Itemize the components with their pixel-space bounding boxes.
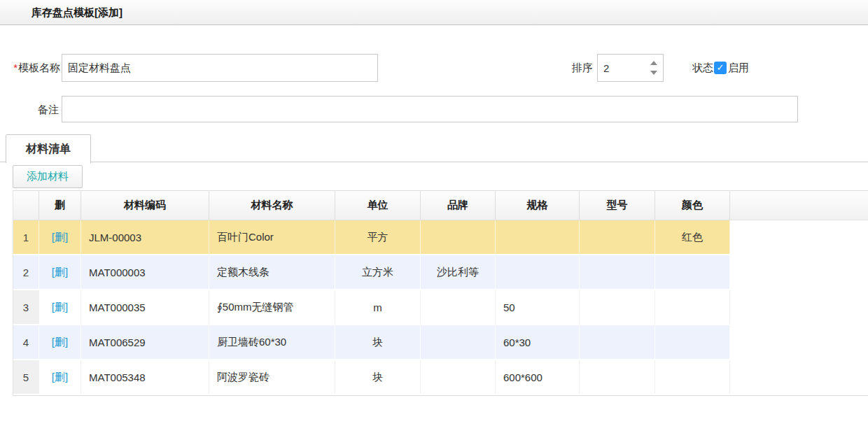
table-row[interactable]: 5 [删] MAT005348 阿波罗瓷砖 块 600*600 xyxy=(13,360,868,395)
brand-cell xyxy=(421,360,496,394)
sort-input[interactable] xyxy=(598,55,645,81)
brand-cell: 沙比利等 xyxy=(421,255,496,289)
spinner-up-icon[interactable] xyxy=(650,61,657,65)
color-cell xyxy=(655,360,730,394)
brand-cell xyxy=(421,290,496,324)
unit-cell: 块 xyxy=(335,360,421,394)
table-row[interactable]: 2 [删] MAT000003 定额木线条 立方米 沙比利等 xyxy=(13,255,868,290)
row-number: 5 xyxy=(13,360,39,394)
template-name-input[interactable] xyxy=(62,54,378,82)
tab-material-list[interactable]: 材料清单 xyxy=(6,134,91,163)
spec-cell: 60*30 xyxy=(496,325,580,359)
material-code-cell: MAT000035 xyxy=(81,290,209,324)
page-title: 库存盘点模板[添加] xyxy=(31,0,122,24)
template-name-label-text: 模板名称 xyxy=(18,62,60,73)
unit-cell: 立方米 xyxy=(335,255,421,289)
brand-cell xyxy=(421,220,496,254)
model-cell xyxy=(580,220,655,254)
delete-row-link[interactable]: [删] xyxy=(52,301,68,314)
material-name-cell: 百叶门Color xyxy=(209,220,335,254)
material-name-cell: 厨卫墙砖60*30 xyxy=(209,325,335,359)
template-name-label: *模板名称 xyxy=(0,54,60,82)
color-cell xyxy=(655,290,730,324)
tab-bar: 材料清单 xyxy=(0,134,868,162)
row-number: 1 xyxy=(13,220,39,254)
check-icon: ✓ xyxy=(717,62,724,73)
delete-row-link[interactable]: [删] xyxy=(52,336,68,349)
remark-label: 备注 xyxy=(0,96,59,124)
table-row[interactable]: 4 [删] MAT006529 厨卫墙砖60*30 块 60*30 xyxy=(13,325,868,360)
col-header-color: 颜色 xyxy=(655,191,730,220)
col-header-delete: 删 xyxy=(39,191,81,220)
delete-row-link[interactable]: [删] xyxy=(52,266,68,279)
sort-label: 排序 xyxy=(548,54,593,82)
spec-cell xyxy=(496,220,580,254)
color-cell xyxy=(655,255,730,289)
delete-row-link[interactable]: [删] xyxy=(52,231,68,244)
material-name-cell: ∮50mm无缝钢管 xyxy=(209,290,335,324)
model-cell xyxy=(580,255,655,289)
row-number: 4 xyxy=(13,325,39,359)
col-header-rownum xyxy=(13,191,39,220)
material-name-cell: 定额木线条 xyxy=(209,255,335,289)
spinner-arrows xyxy=(645,55,663,81)
add-material-button[interactable]: 添加材料 xyxy=(13,165,83,188)
col-header-spec: 规格 xyxy=(496,191,580,220)
material-code-cell: JLM-00003 xyxy=(81,220,209,254)
col-header-material-code: 材料编码 xyxy=(81,191,209,220)
col-header-model: 型号 xyxy=(580,191,655,220)
material-table: 删 材料编码 材料名称 单位 品牌 规格 型号 颜色 1 [删] JLM-000… xyxy=(13,190,868,396)
inventory-template-add-page: 库存盘点模板[添加] *模板名称 排序 状态 ✓ 启用 备注 材料清单 添加材料… xyxy=(0,0,868,433)
row-number: 2 xyxy=(13,255,39,289)
row-number: 3 xyxy=(13,290,39,324)
remark-input[interactable] xyxy=(62,96,798,122)
brand-cell xyxy=(421,325,496,359)
col-header-unit: 单位 xyxy=(335,191,421,220)
color-cell: 红色 xyxy=(655,220,730,254)
material-name-cell: 阿波罗瓷砖 xyxy=(209,360,335,394)
spec-cell: 600*600 xyxy=(496,360,580,394)
window-titlebar: 库存盘点模板[添加] xyxy=(0,0,868,25)
model-cell xyxy=(580,360,655,394)
sort-stepper[interactable] xyxy=(597,54,664,82)
status-checkbox-label: 启用 xyxy=(728,54,749,82)
unit-cell: m xyxy=(335,290,421,324)
spec-cell xyxy=(496,255,580,289)
status-label: 状态 xyxy=(681,54,713,82)
status-checkbox[interactable]: ✓ xyxy=(714,62,727,74)
col-header-brand: 品牌 xyxy=(421,191,496,220)
col-header-filler xyxy=(730,191,868,220)
unit-cell: 平方 xyxy=(335,220,421,254)
table-row[interactable]: 1 [删] JLM-00003 百叶门Color 平方 红色 xyxy=(13,220,868,255)
table-header-row: 删 材料编码 材料名称 单位 品牌 规格 型号 颜色 xyxy=(13,190,868,220)
color-cell xyxy=(655,325,730,359)
model-cell xyxy=(580,290,655,324)
delete-row-link[interactable]: [删] xyxy=(52,371,68,384)
col-header-material-name: 材料名称 xyxy=(209,191,335,220)
unit-cell: 块 xyxy=(335,325,421,359)
spec-cell: 50 xyxy=(496,290,580,324)
material-code-cell: MAT006529 xyxy=(81,325,209,359)
material-code-cell: MAT000003 xyxy=(81,255,209,289)
model-cell xyxy=(580,325,655,359)
table-row[interactable]: 3 [删] MAT000035 ∮50mm无缝钢管 m 50 xyxy=(13,290,868,325)
required-asterisk: * xyxy=(13,62,18,73)
spinner-down-icon[interactable] xyxy=(650,71,657,75)
material-code-cell: MAT005348 xyxy=(81,360,209,394)
